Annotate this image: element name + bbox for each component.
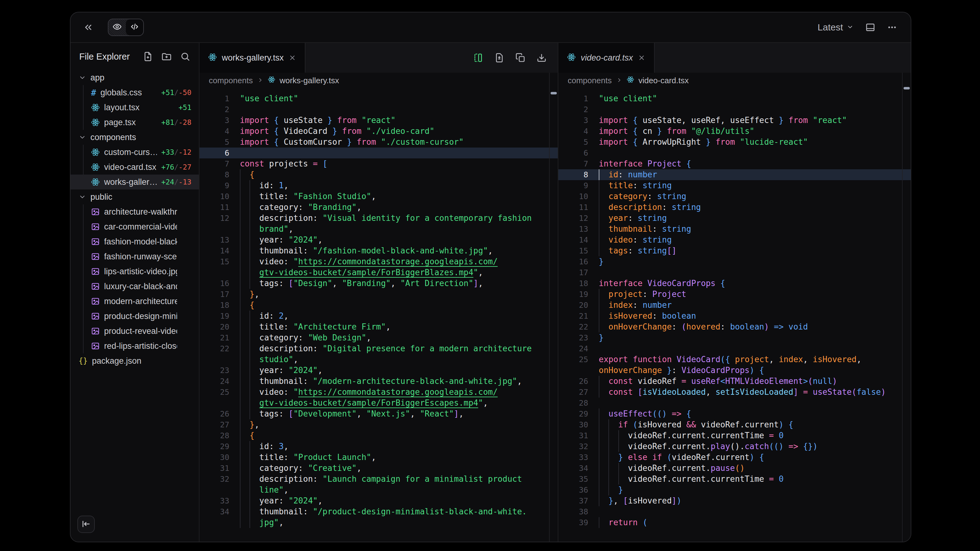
new-folder-button[interactable] <box>162 52 172 62</box>
split-diff-button[interactable] <box>473 53 483 63</box>
code-line[interactable]: 23} <box>558 332 911 343</box>
sidebar-folder-public[interactable]: public <box>70 189 199 204</box>
code-line[interactable]: gtv-videos-bucket/sample/ForBiggerBlazes… <box>199 267 558 278</box>
code-line[interactable]: 19id: 2, <box>199 311 558 321</box>
sidebar-file-video-card.tsx[interactable]: video-card.tsx+76/-27 <box>70 160 199 175</box>
tab-video-card[interactable]: video-card.tsx <box>558 43 655 73</box>
code-line[interactable]: 2 <box>199 104 558 115</box>
code-line[interactable]: 39return ( <box>558 517 911 528</box>
code-line[interactable]: 30if (isHovered && videoRef.current) { <box>558 419 911 430</box>
code-line[interactable]: 4import { VideoCard } from "./video-card… <box>199 126 558 137</box>
sidebar-file-architecture-walkthro-[interactable]: architecture-walkthro… <box>70 204 199 219</box>
code-line[interactable]: 9id: 1, <box>199 180 558 191</box>
code-line[interactable]: 24thumbnail: "/modern-architecture-black… <box>199 376 558 387</box>
code-line[interactable]: 31videoRef.current.currentTime = 0 <box>558 430 911 441</box>
code-line[interactable]: 5import { CustomCursor } from "./custom-… <box>199 137 558 148</box>
preview-toggle-button[interactable] <box>108 19 126 35</box>
code-line[interactable]: brand", <box>199 224 558 235</box>
code-line[interactable]: 30title: "Product Launch", <box>199 452 558 463</box>
code-line[interactable]: 3import { useState, useRef, useEffect } … <box>558 115 911 126</box>
more-options-button[interactable] <box>887 22 897 32</box>
code-line[interactable]: 8id: number <box>558 169 911 180</box>
code-line[interactable]: 7interface Project { <box>558 159 911 169</box>
code-line[interactable]: 18interface VideoCardProps { <box>558 278 911 289</box>
code-line[interactable]: 28{ <box>199 430 558 441</box>
code-line[interactable]: jpg", <box>199 517 558 528</box>
code-line[interactable]: 17}, <box>199 289 558 300</box>
version-selector[interactable]: Latest <box>818 22 854 33</box>
code-line[interactable]: gtv-videos-bucket/sample/ForBiggerEscape… <box>199 398 558 408</box>
code-line[interactable]: 19project: Project <box>558 289 911 300</box>
code-line[interactable]: 26const videoRef = useRef<HTMLVideoEleme… <box>558 376 911 387</box>
code-line[interactable]: 2 <box>558 104 911 115</box>
code-line[interactable]: 13year: "2024", <box>199 235 558 245</box>
code-line[interactable]: 16tags: ["Design", "Branding", "Art Dire… <box>199 278 558 289</box>
sidebar-file-luxury-car-black-and-[interactable]: luxury-car-black-and-… <box>70 279 199 294</box>
code-line[interactable]: 6 <box>558 148 911 159</box>
code-line[interactable]: 14video: string <box>558 235 911 245</box>
code-line[interactable]: 15video: "https://commondatastorage.goog… <box>199 256 558 267</box>
code-line[interactable]: 31category: "Creative", <box>199 463 558 474</box>
sidebar-file-modern-architecture-[interactable]: modern-architecture-… <box>70 294 199 309</box>
code-line[interactable]: 25export function VideoCard({ project, i… <box>558 354 911 365</box>
sidebar-file-package.json[interactable]: {}package.json <box>70 354 199 368</box>
sidebar-file-works-galler-[interactable]: works-galler…+24/-13 <box>70 175 199 189</box>
collapse-sidebar-button[interactable] <box>77 516 95 533</box>
code-toggle-button[interactable] <box>126 19 143 35</box>
sidebar-file-product-reveal-video.j-[interactable]: product-reveal-video.j… <box>70 324 199 338</box>
code-line[interactable]: 20index: number <box>558 300 911 311</box>
code-line[interactable]: 14thumbnail: "/fashion-model-black-and-w… <box>199 245 558 256</box>
sidebar-folder-app[interactable]: app <box>70 70 199 85</box>
collapse-panel-button[interactable] <box>83 22 94 33</box>
code-line[interactable]: 38 <box>558 506 911 517</box>
code-line[interactable]: 25video: "https://commondatastorage.goog… <box>199 387 558 398</box>
sidebar-file-fashion-model-black-[interactable]: fashion-model-black-… <box>70 234 199 249</box>
code-line[interactable]: 17 <box>558 267 911 278</box>
scrollbar-thumb[interactable] <box>550 92 557 94</box>
code-line[interactable]: 24 <box>558 343 911 354</box>
sidebar-file-custom-curs-[interactable]: custom-curs…+33/-12 <box>70 145 199 160</box>
code-line[interactable]: 3import { useState } from "react" <box>199 115 558 126</box>
code-line[interactable]: 5import { ArrowUpRight } from "lucide-re… <box>558 137 911 148</box>
sidebar-file-red-lips-artistic-close-[interactable]: red-lips-artistic-close… <box>70 338 199 354</box>
code-line[interactable]: 36} <box>558 484 911 495</box>
sidebar-file-lips-artistic-video.jpg[interactable]: lips-artistic-video.jpg <box>70 264 199 279</box>
code-line[interactable]: 7const projects = [ <box>199 159 558 169</box>
code-line[interactable]: 33year: "2024", <box>199 495 558 506</box>
code-line[interactable]: 29id: 3, <box>199 441 558 452</box>
code-line[interactable]: line", <box>199 484 558 495</box>
code-line[interactable]: 11description: string <box>558 202 911 213</box>
code-line[interactable]: 16} <box>558 256 911 267</box>
new-file-button[interactable] <box>494 53 504 63</box>
panel-layout-button[interactable] <box>865 22 875 32</box>
code-line[interactable]: 10category: string <box>558 191 911 202</box>
sidebar-file-globals.css[interactable]: #globals.css+51/-50 <box>70 85 199 100</box>
code-line[interactable]: 15tags: string[] <box>558 245 911 256</box>
code-line[interactable]: 26tags: ["Development", "Next.js", "Reac… <box>199 408 558 419</box>
copy-button[interactable] <box>515 53 525 63</box>
code-line[interactable]: onHoverChange }: VideoCardProps) { <box>558 365 911 376</box>
new-file-button[interactable] <box>143 52 153 62</box>
code-line[interactable]: 21category: "Web Design", <box>199 332 558 343</box>
search-button[interactable] <box>180 52 190 62</box>
sidebar-folder-components[interactable]: components <box>70 130 199 145</box>
code-line[interactable]: studio", <box>199 354 558 365</box>
code-line[interactable]: 18{ <box>199 300 558 311</box>
code-line[interactable]: 27const [isVideoLoaded, setIsVideoLoaded… <box>558 387 911 398</box>
code-line[interactable]: 34thumbnail: "/product-design-minimalist… <box>199 506 558 517</box>
code-line[interactable]: 32videoRef.current.play().catch(() => {}… <box>558 441 911 452</box>
code-line[interactable]: 23year: "2024", <box>199 365 558 376</box>
code-line[interactable]: 13thumbnail: string <box>558 224 911 235</box>
code-line[interactable]: 1"use client" <box>558 93 911 104</box>
code-line[interactable]: 1"use client" <box>199 93 558 104</box>
sidebar-file-product-design-minim-[interactable]: product-design-minim… <box>70 309 199 324</box>
code-line[interactable]: 27}, <box>199 419 558 430</box>
code-line[interactable]: 22description: "Digital presence for a m… <box>199 343 558 354</box>
code-line[interactable]: 21isHovered: boolean <box>558 311 911 321</box>
code-line[interactable]: 12year: string <box>558 213 911 224</box>
close-tab-icon[interactable] <box>638 54 645 62</box>
code-line[interactable]: 9title: string <box>558 180 911 191</box>
download-button[interactable] <box>537 53 547 63</box>
code-line[interactable]: 37}, [isHovered]) <box>558 495 911 506</box>
tab-works-gallery[interactable]: works-gallery.tsx <box>199 43 305 73</box>
